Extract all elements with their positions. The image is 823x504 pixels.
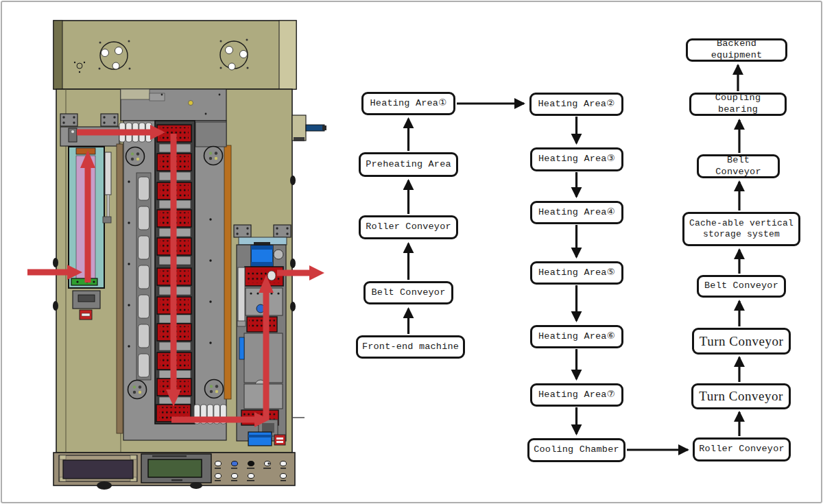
flow-box-cooling-chamber: Cooling Chamber — [527, 438, 625, 462]
machine-and-arrows-canvas — [0, 0, 823, 504]
flow-box-roller-conveyor-left: Roller Conveyor — [359, 215, 458, 239]
side-cylinder — [292, 115, 326, 141]
machine-top-panel — [53, 21, 296, 89]
flow-box-belt-conveyor-mid-right: Belt Conveyor — [697, 275, 786, 298]
foot — [97, 481, 112, 490]
motor-bottom — [248, 432, 272, 446]
slot-column — [139, 177, 150, 377]
display-left — [59, 455, 137, 481]
flow-box-belt-conveyor-top-right: Belt Conveyor — [697, 154, 780, 178]
gas-spring — [105, 152, 111, 195]
flow-box-preheating-area: Preheating Area — [359, 152, 458, 177]
flow-box-heating-area-2: Heating Area② — [529, 93, 623, 116]
flow-box-heating-area-3: Heating Area③ — [530, 147, 623, 171]
flow-box-front-end-machine: Front-end machine — [356, 335, 465, 359]
flow-box-heating-area-1: Heating Area① — [361, 92, 455, 115]
indicator-dot — [189, 101, 193, 106]
flow-box-roller-conveyor-right: Roller Conveyor — [693, 437, 791, 461]
diagram-page: Heating Area① Preheating Area Roller Con… — [0, 0, 823, 504]
flow-box-coupling-bearing: Coupling bearing — [689, 93, 787, 116]
flow-box-cache-storage: Cache-able vertical storage system — [682, 212, 800, 246]
machine-drawing — [27, 21, 326, 490]
flow-box-heating-area-7: Heating Area⑦ — [530, 383, 623, 407]
flow-box-turn-conveyor-lower: Turn Conveyor — [691, 383, 791, 409]
lcd-screen — [141, 454, 211, 483]
control-panel-base — [53, 453, 295, 490]
lift-rod — [238, 267, 245, 324]
flow-box-heating-area-5: Heating Area⑤ — [530, 261, 623, 285]
transfer-block-mid — [247, 317, 277, 332]
foot — [190, 482, 202, 489]
belt-rail-orange — [224, 145, 231, 399]
flow-box-heating-area-6: Heating Area⑥ — [530, 325, 623, 348]
flow-box-backend-equipment: Backend equipment — [686, 38, 787, 62]
flow-box-belt-conveyor-left: Belt Conveyor — [363, 281, 453, 304]
flow-box-heating-area-4: Heating Area④ — [530, 201, 623, 224]
left-brown-rail — [117, 144, 123, 433]
flow-box-turn-conveyor-upper: Turn Conveyor — [692, 328, 791, 355]
